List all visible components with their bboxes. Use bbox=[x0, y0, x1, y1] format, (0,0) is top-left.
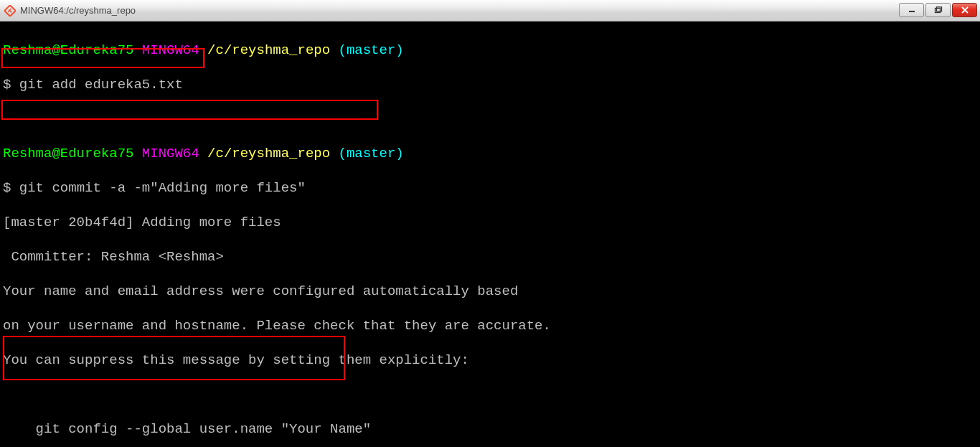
prompt-path: /c/reyshma_repo bbox=[207, 42, 330, 58]
terminal[interactable]: Reshma@Edureka75 MINGW64 /c/reyshma_repo… bbox=[0, 22, 980, 447]
prompt-sigil: $ bbox=[3, 77, 11, 93]
output-line: Committer: Reshma <Reshma> bbox=[3, 248, 977, 265]
prompt-line: Reshma@Edureka75 MINGW64 /c/reyshma_repo… bbox=[3, 145, 977, 162]
command-1: git add edureka5.txt bbox=[19, 77, 183, 93]
svg-rect-2 bbox=[936, 7, 941, 11]
output-line: on your username and hostname. Please ch… bbox=[3, 317, 977, 334]
prompt-line: Reshma@Edureka75 MINGW64 /c/reyshma_repo… bbox=[3, 42, 977, 59]
close-button[interactable] bbox=[952, 3, 977, 17]
output-line: You can suppress this message by setting… bbox=[3, 352, 977, 369]
prompt-shell: MINGW64 bbox=[142, 146, 199, 161]
command-line: $ git commit -a -m"Adding more files" bbox=[3, 179, 977, 197]
blank-line bbox=[3, 386, 977, 403]
blank-line bbox=[3, 110, 977, 128]
prompt-user: Reshma@Edureka75 bbox=[3, 146, 133, 161]
prompt-shell: MINGW64 bbox=[142, 42, 199, 58]
command-line: $ git add edureka5.txt bbox=[3, 76, 977, 93]
prompt-branch: (master) bbox=[339, 146, 404, 161]
command-2: git commit -a -m"Adding more files" bbox=[19, 180, 306, 196]
prompt-user: Reshma@Edureka75 bbox=[3, 42, 133, 58]
prompt-branch: (master) bbox=[339, 42, 404, 58]
window-title: MINGW64:/c/reyshma_repo bbox=[20, 5, 136, 16]
app-icon bbox=[4, 5, 16, 17]
output-line: Your name and email address were configu… bbox=[3, 283, 977, 300]
output-line: [master 20b4f4d] Adding more files bbox=[3, 214, 977, 231]
svg-rect-1 bbox=[935, 9, 940, 13]
maximize-button[interactable] bbox=[925, 3, 951, 17]
prompt-sigil: $ bbox=[3, 180, 11, 196]
prompt-path: /c/reyshma_repo bbox=[207, 146, 330, 161]
output-line: git config --global user.name "Your Name… bbox=[3, 420, 977, 438]
window-titlebar: MINGW64:/c/reyshma_repo bbox=[0, 0, 980, 22]
minimize-button[interactable] bbox=[899, 3, 924, 17]
